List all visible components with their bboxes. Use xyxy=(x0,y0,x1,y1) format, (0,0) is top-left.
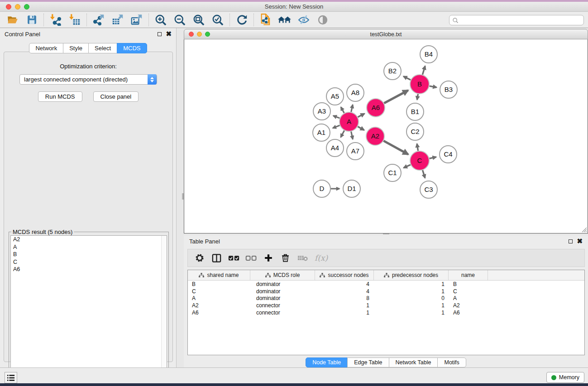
import-network-button[interactable] xyxy=(46,12,65,28)
tab-style[interactable]: Style xyxy=(63,43,89,53)
graph-edge-A-A5[interactable] xyxy=(341,107,344,113)
table-settings-button[interactable] xyxy=(192,251,206,265)
control-panel: Control Panel ✖ Network Style Select MCD… xyxy=(0,28,177,367)
tab-mcds[interactable]: MCDS xyxy=(117,43,147,53)
table-cell: dominator xyxy=(250,281,315,287)
refresh-button[interactable] xyxy=(232,12,251,28)
zoom-out-button[interactable] xyxy=(170,12,189,28)
table-cell: connector xyxy=(250,302,315,309)
mcds-result-item[interactable]: A xyxy=(11,243,167,251)
graph-edge-C-C4[interactable] xyxy=(429,157,436,158)
toolbar-separator xyxy=(253,14,254,26)
column-header-successor-nodes[interactable]: successor nodes xyxy=(315,270,374,280)
delete-table-button[interactable] xyxy=(296,251,310,265)
export-image-button[interactable] xyxy=(127,12,146,28)
mcds-result-list[interactable]: A2ABCA6 xyxy=(10,235,167,379)
search-field[interactable] xyxy=(449,15,584,25)
close-panel-icon[interactable]: ✖ xyxy=(166,32,172,36)
mcds-result-group: MCDS result (5 nodes) A2ABCA6 xyxy=(9,229,169,382)
open-session-button[interactable] xyxy=(3,12,22,28)
table-row[interactable]: A2connector11A2 xyxy=(188,302,584,309)
export-table-button[interactable] xyxy=(108,12,127,28)
graph-edge-A6-B[interactable] xyxy=(384,91,408,103)
column-header-predecessor-nodes[interactable]: predecessor nodes xyxy=(374,270,449,280)
graph-node-label-D1: D1 xyxy=(347,185,356,192)
network-graph[interactable]: B4B2BB3A5A8A6A3AB1A1C2A2A4A7CC4C1C3DD1 xyxy=(184,39,588,233)
mcds-list-scrollbar[interactable] xyxy=(161,236,167,378)
graph-edge-C-C1[interactable] xyxy=(404,165,411,168)
graph-edge-A-A1[interactable] xyxy=(333,125,339,128)
network-canvas[interactable]: B4B2BB3A5A8A6A3AB1A1C2A2A4A7CC4C1C3DD1 xyxy=(184,39,588,234)
tab-node-table[interactable]: Node Table xyxy=(306,357,348,367)
close-panel-button[interactable]: Close panel xyxy=(93,91,139,102)
graph-edge-A-A3[interactable] xyxy=(333,116,339,118)
float-panel-icon[interactable] xyxy=(158,32,162,36)
tab-network-table[interactable]: Network Table xyxy=(389,357,438,367)
graph-edge-B-B2[interactable] xyxy=(403,76,411,80)
table-cell: 1 xyxy=(374,310,449,316)
refresh-icon xyxy=(236,14,248,26)
graph-edge-C-C3[interactable] xyxy=(423,170,425,178)
table-row[interactable]: A6connector11A6 xyxy=(188,309,584,316)
table-row[interactable]: Cdominator41C xyxy=(188,288,584,295)
graph-edge-B-B4[interactable] xyxy=(422,66,425,75)
table-row[interactable]: Bdominator41B xyxy=(188,281,584,288)
app-titlebar: Session: New Session xyxy=(0,2,588,12)
close-table-panel-icon[interactable]: ✖ xyxy=(577,239,583,243)
graph-edge-A2-C[interactable] xyxy=(383,141,408,154)
zoom-out-icon xyxy=(173,14,186,26)
column-header-name[interactable]: name xyxy=(449,270,488,280)
float-table-panel-icon[interactable] xyxy=(569,239,573,243)
delete-column-button[interactable] xyxy=(278,251,292,265)
save-session-button[interactable] xyxy=(22,12,41,28)
tab-network[interactable]: Network xyxy=(29,43,63,53)
graph-node-label-A2: A2 xyxy=(371,132,379,140)
graph-node-label-C1: C1 xyxy=(388,169,397,176)
zoom-fit-button[interactable] xyxy=(189,12,208,28)
function-builder-button[interactable]: f(x) xyxy=(313,253,328,262)
table-panel-title: Table Panel xyxy=(189,238,220,245)
graph-edge-B-B3[interactable] xyxy=(430,86,437,87)
deselect-all-button[interactable] xyxy=(244,251,258,265)
tab-select[interactable]: Select xyxy=(88,43,117,53)
hide-overview-button[interactable] xyxy=(294,12,313,28)
network-window-titlebar[interactable]: testGlobe.txt xyxy=(184,29,588,39)
graph-edge-A-A8[interactable] xyxy=(351,105,353,112)
graph-edge-A-A2[interactable] xyxy=(358,127,364,130)
graph-edge-A-A7[interactable] xyxy=(351,132,353,139)
table-row[interactable]: Adominator80A xyxy=(188,295,584,302)
table-cell: A xyxy=(188,295,250,301)
table-cell: dominator xyxy=(250,288,315,295)
mcds-result-item[interactable]: B xyxy=(11,251,167,258)
mcds-result-item[interactable]: A6 xyxy=(11,266,167,273)
tab-motifs[interactable]: Motifs xyxy=(437,357,466,367)
mcds-result-item[interactable]: A2 xyxy=(11,236,167,243)
zoom-fit-icon xyxy=(192,14,205,26)
export-network-button[interactable] xyxy=(89,12,108,28)
column-header-shared-name[interactable]: shared name xyxy=(188,270,250,280)
duplicate-network-button[interactable] xyxy=(256,12,275,28)
graph-edge-A-A6[interactable] xyxy=(358,114,364,117)
resize-grip-icon[interactable] xyxy=(581,226,587,233)
mcds-result-item[interactable]: C xyxy=(11,258,167,266)
memory-button[interactable]: Memory xyxy=(546,372,584,383)
select-all-button[interactable] xyxy=(227,251,241,265)
run-mcds-button[interactable]: Run MCDS xyxy=(38,91,82,102)
show-task-history-button[interactable] xyxy=(5,372,17,383)
graph-edge-C-C2[interactable] xyxy=(417,144,418,151)
import-table-button[interactable] xyxy=(65,12,84,28)
graph-edge-B-B1[interactable] xyxy=(417,94,418,100)
home-button[interactable] xyxy=(275,12,294,28)
zoom-in-button[interactable] xyxy=(151,12,170,28)
zoom-selected-button[interactable] xyxy=(208,12,227,28)
show-overview-button[interactable] xyxy=(313,12,332,28)
table-panel-tabs: Node Table Edge Table Network Table Moti… xyxy=(184,357,588,367)
tab-edge-table[interactable]: Edge Table xyxy=(347,357,389,367)
column-header-mcds-role[interactable]: MCDS role xyxy=(250,270,315,280)
search-input[interactable] xyxy=(459,17,583,24)
table-panel: Table Panel ✖ xyxy=(184,235,588,367)
add-column-button[interactable] xyxy=(261,251,275,265)
criterion-select[interactable]: largest connected component (directed) xyxy=(19,74,157,85)
graph-edge-A-A4[interactable] xyxy=(341,130,344,137)
show-columns-button[interactable] xyxy=(210,251,224,265)
